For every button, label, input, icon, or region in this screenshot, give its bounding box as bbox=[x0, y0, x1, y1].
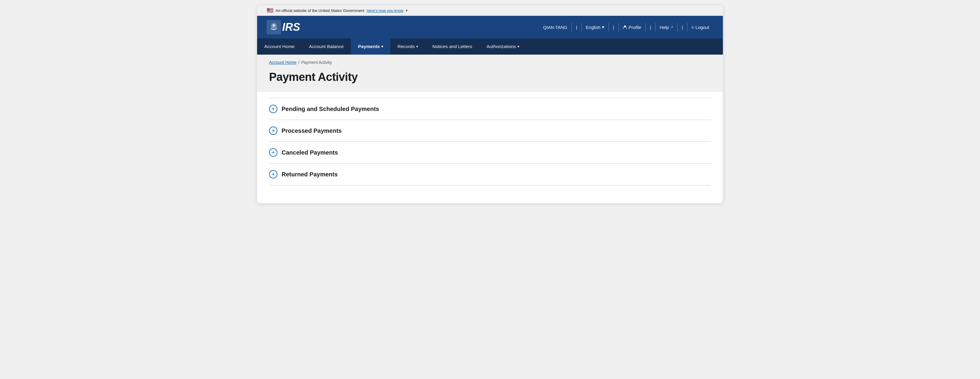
nav-authorizations-label: Authorizations bbox=[487, 44, 516, 49]
external-link-icon: ↗ bbox=[670, 25, 673, 29]
nav-authorizations[interactable]: Authorizations ▾ bbox=[480, 38, 527, 55]
nav-records-label: Records bbox=[398, 44, 415, 49]
header-divider: | bbox=[572, 23, 582, 32]
main-navigation: Account Home Account Balance Payments ▾ … bbox=[257, 38, 723, 55]
profile-label: Profile bbox=[628, 25, 641, 30]
header-divider-4: | bbox=[678, 23, 687, 32]
logout-link[interactable]: ⎋ Logout bbox=[687, 23, 713, 32]
breadcrumb-separator: / bbox=[298, 60, 299, 65]
breadcrumb-home-link[interactable]: Account Home bbox=[269, 60, 296, 65]
breadcrumb-section: Account Home / Payment Activity bbox=[257, 55, 723, 68]
records-chevron-icon: ▾ bbox=[416, 44, 418, 49]
page-wrapper: 🇺🇸 An official website of the United Sta… bbox=[257, 5, 723, 203]
accordion-returned-title: Returned Payments bbox=[282, 171, 338, 178]
nav-account-home[interactable]: Account Home bbox=[257, 38, 302, 55]
accordion-processed-expand-icon: + bbox=[269, 127, 277, 135]
nav-notices-letters-label: Notices and Letters bbox=[433, 44, 473, 49]
accordion-processed-title: Processed Payments bbox=[282, 127, 342, 134]
language-label: English bbox=[586, 25, 600, 30]
nav-account-home-label: Account Home bbox=[264, 44, 295, 49]
irs-text: IRS bbox=[282, 21, 300, 33]
nav-account-balance[interactable]: Account Balance bbox=[302, 38, 351, 55]
eagle-icon bbox=[267, 20, 281, 34]
help-label: Help bbox=[660, 25, 669, 30]
accordion-pending-title: Pending and Scheduled Payments bbox=[282, 106, 379, 113]
nav-account-balance-label: Account Balance bbox=[309, 44, 344, 49]
main-content: + Pending and Scheduled Payments + Proce… bbox=[257, 92, 723, 203]
accordion-pending-header[interactable]: + Pending and Scheduled Payments bbox=[269, 105, 711, 113]
banner-chevron-icon: ▾ bbox=[406, 9, 407, 13]
accordion-processed: + Processed Payments bbox=[269, 120, 711, 141]
accordion-canceled-header[interactable]: + Canceled Payments bbox=[269, 148, 711, 157]
accordion-pending-expand-icon: + bbox=[269, 105, 277, 113]
payments-chevron-icon: ▾ bbox=[381, 44, 383, 49]
header-nav: QIAN TANG | English ▾ | Profile | Help ↗… bbox=[539, 23, 713, 32]
irs-logo-area: IRS bbox=[267, 20, 300, 34]
breadcrumb: Account Home / Payment Activity bbox=[269, 60, 711, 65]
profile-link[interactable]: Profile bbox=[619, 23, 646, 32]
user-name: QIAN TANG bbox=[539, 23, 572, 32]
heres-how-you-know-link[interactable]: Here's how you know bbox=[367, 8, 403, 13]
breadcrumb-current: Payment Activity bbox=[301, 60, 332, 65]
gov-banner: 🇺🇸 An official website of the United Sta… bbox=[257, 5, 723, 16]
gov-banner-text: An official website of the United States… bbox=[275, 8, 364, 13]
page-title-section: Payment Activity bbox=[257, 68, 723, 92]
language-selector[interactable]: English ▾ bbox=[582, 23, 609, 32]
header-divider-2: | bbox=[609, 23, 619, 32]
accordion-canceled-title: Canceled Payments bbox=[282, 149, 338, 156]
language-chevron-icon: ▾ bbox=[602, 24, 605, 30]
profile-icon bbox=[623, 25, 627, 29]
site-header: IRS QIAN TANG | English ▾ | Profile | He… bbox=[257, 16, 723, 38]
nav-payments[interactable]: Payments ▾ bbox=[351, 38, 390, 55]
accordion-canceled-expand-icon: + bbox=[269, 148, 277, 157]
logout-icon: ⎋ bbox=[692, 25, 694, 30]
nav-payments-label: Payments bbox=[358, 44, 380, 49]
page-title: Payment Activity bbox=[269, 71, 711, 84]
accordion-pending: + Pending and Scheduled Payments bbox=[269, 98, 711, 120]
nav-notices-letters[interactable]: Notices and Letters bbox=[425, 38, 480, 55]
accordion-returned-expand-icon: + bbox=[269, 170, 277, 178]
irs-logo: IRS bbox=[267, 20, 300, 34]
authorizations-chevron-icon: ▾ bbox=[517, 44, 519, 49]
accordion-processed-header[interactable]: + Processed Payments bbox=[269, 127, 711, 135]
logout-label: Logout bbox=[695, 25, 709, 30]
header-divider-3: | bbox=[646, 23, 655, 32]
svg-point-1 bbox=[273, 24, 275, 27]
accordion-returned: + Returned Payments bbox=[269, 163, 711, 186]
accordion-canceled: + Canceled Payments bbox=[269, 141, 711, 163]
nav-records[interactable]: Records ▾ bbox=[390, 38, 425, 55]
flag-icon: 🇺🇸 bbox=[267, 7, 273, 14]
help-link[interactable]: Help ↗ bbox=[655, 23, 678, 32]
accordion-returned-header[interactable]: + Returned Payments bbox=[269, 170, 711, 178]
